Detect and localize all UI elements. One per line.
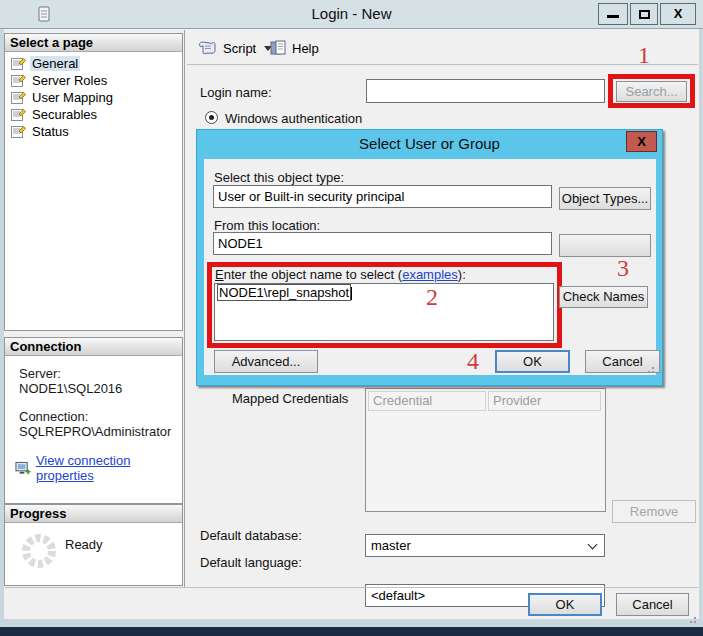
sidebar-item-general[interactable]: General (5, 55, 182, 72)
windows-auth-label: Windows authentication (225, 111, 362, 126)
minimize-icon (607, 15, 619, 18)
close-button[interactable]: X (660, 3, 696, 25)
login-name-label: Login name: (200, 85, 272, 100)
search-button[interactable]: Search... (616, 81, 687, 102)
check-names-button[interactable]: Check Names (559, 286, 648, 308)
select-a-page-panel: Select a page General Server Roles (4, 33, 183, 331)
annotation-step4: 4 (467, 348, 479, 375)
select-user-or-group-dialog: Select User or Group X Select this objec… (196, 129, 663, 386)
object-name-label-accelerator: E (215, 267, 224, 282)
page-icon (11, 91, 26, 105)
radio-dot-icon (209, 115, 214, 120)
titlebar: Login - New X (0, 0, 703, 29)
dialog-title: Select User or Group (197, 135, 662, 152)
page-icon (11, 57, 26, 71)
progress-panel: Progress Ready (4, 504, 183, 586)
resize-grip-icon[interactable] (686, 613, 696, 623)
connection-panel: Connection Server: NODE1\SQL2016 Connect… (4, 337, 183, 504)
close-icon: X (674, 6, 683, 21)
sidebar-divider (184, 30, 185, 587)
toolbar-separator (187, 64, 698, 65)
server-label: Server: (19, 366, 182, 381)
maximize-icon (639, 10, 650, 19)
progress-status: Ready (65, 537, 103, 552)
sidebar-item-status[interactable]: Status (5, 123, 182, 140)
column-header-credential[interactable]: Credential (368, 391, 486, 411)
close-icon: X (637, 134, 646, 149)
credentials-list-header: Credential Provider (366, 389, 605, 413)
mapped-credentials-label: Mapped Credentials (232, 391, 348, 406)
help-icon (270, 40, 287, 56)
default-language-value: <default> (371, 588, 425, 603)
sidebar-item-label: Status (30, 124, 71, 139)
minimize-button[interactable] (598, 3, 628, 25)
locations-button[interactable] (559, 234, 651, 257)
default-database-value: master (371, 538, 411, 553)
credentials-list[interactable]: Credential Provider (365, 388, 606, 512)
default-language-label: Default language: (200, 555, 302, 570)
window-border-bottom (0, 619, 703, 627)
connection-value: SQLREPRO\Administrator (19, 424, 182, 439)
login-name-input[interactable] (366, 79, 605, 103)
annotation-step2: 2 (426, 284, 438, 311)
object-type-label: Select this object type: (214, 170, 344, 185)
sidebar-item-label: General (30, 56, 80, 71)
script-button[interactable]: Script (198, 40, 272, 56)
login-new-window: Login - New X Select a page General (0, 0, 703, 636)
page-icon (11, 74, 26, 88)
help-button[interactable]: Help (270, 40, 319, 56)
object-name-label: Enter the object name to select (example… (215, 267, 466, 282)
dialog-close-button[interactable]: X (626, 131, 657, 152)
help-label: Help (292, 41, 319, 56)
sidebar-item-securables[interactable]: Securables (5, 106, 182, 123)
default-database-label: Default database: (200, 528, 302, 543)
view-connection-properties-link[interactable]: View connection properties (36, 453, 182, 483)
connection-header: Connection (5, 338, 182, 356)
column-header-provider[interactable]: Provider (488, 391, 601, 411)
location-label: From this location: (214, 218, 320, 233)
chevron-down-icon (588, 540, 598, 550)
object-types-button[interactable]: Object Types... (559, 187, 651, 210)
page-icon (11, 108, 26, 122)
object-name-input[interactable]: NODE1\repl_snapshot (214, 283, 554, 341)
maximize-button[interactable] (630, 3, 658, 25)
sidebar-item-label: User Mapping (30, 90, 115, 105)
connection-label: Connection: (19, 409, 182, 424)
object-name-value: NODE1\repl_snapshot (217, 284, 351, 301)
page-icon (11, 125, 26, 139)
default-database-select[interactable]: master (365, 534, 605, 557)
connection-properties-icon (15, 461, 31, 476)
windows-auth-radio[interactable] (205, 111, 218, 124)
script-label: Script (223, 41, 256, 56)
dialog-resize-grip-icon[interactable] (644, 363, 654, 373)
window-border-right (699, 29, 703, 627)
object-type-field: User or Built-in security principal (213, 185, 552, 208)
text-caret (351, 287, 352, 300)
progress-spinner-icon (19, 531, 59, 571)
dialog-body: Select this object type: User or Built-i… (204, 159, 656, 375)
select-a-page-header: Select a page (5, 34, 182, 52)
sidebar-item-user-mapping[interactable]: User Mapping (5, 89, 182, 106)
sidebar-item-server-roles[interactable]: Server Roles (5, 72, 182, 89)
remove-button[interactable]: Remove (612, 500, 696, 523)
annotation-step1: 1 (638, 42, 650, 69)
cancel-button[interactable]: Cancel (616, 593, 689, 616)
sidebar-item-label: Securables (30, 107, 99, 122)
examples-link[interactable]: examples (402, 267, 458, 282)
location-field: NODE1 (213, 232, 552, 255)
footer-separator (5, 587, 698, 588)
progress-header: Progress (5, 505, 182, 523)
dialog-ok-button[interactable]: OK (495, 350, 570, 373)
window-border-bottom-dark (0, 627, 703, 636)
script-icon (198, 40, 218, 56)
ok-button[interactable]: OK (528, 593, 602, 616)
sidebar-item-label: Server Roles (30, 73, 109, 88)
advanced-button[interactable]: Advanced... (214, 350, 318, 373)
annotation-step3: 3 (617, 255, 629, 282)
server-value: NODE1\SQL2016 (19, 381, 182, 396)
